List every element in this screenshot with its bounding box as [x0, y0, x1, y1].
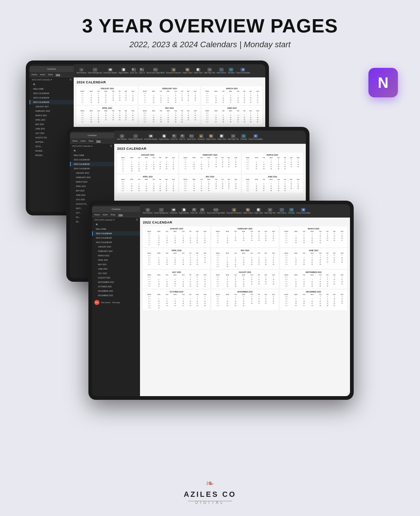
sidebar-apr-2024[interactable]: APRIL 2024 [29, 118, 74, 122]
month-apr-2022: APRIL 2022 WEEKMONTUEWEDTHUFRISATSUN W13… [143, 248, 210, 269]
sidebar-2023-cal[interactable]: 2023 CALENDAR [29, 96, 74, 100]
nav-home-2023[interactable]: Home [72, 140, 78, 142]
paper-style-btn[interactable]: 📝 Paper Style [194, 68, 202, 74]
reset-zoom-btn[interactable]: 88%↺ Reset Zoom Page Width [146, 68, 164, 74]
hide-title-2023[interactable]: 👁Hide Page Title [227, 134, 239, 140]
sidebar-oct-2022[interactable]: OCTOBER 2022 [92, 284, 140, 289]
sidebar-mar-2024[interactable]: MARCH 2024 [29, 113, 74, 118]
sidebar-welcome-2022[interactable]: WELCOME [92, 227, 140, 231]
nav-insert[interactable]: Insert [40, 73, 45, 76]
zoom-out-2022[interactable]: -🔍Zoom Out [190, 208, 198, 214]
hide-page-title-btn[interactable]: 👁 Hide Page Title [204, 68, 215, 74]
month-feb-2024: FEBRUARY 2024 WEEKMONTUEWEDTHUFRISATSUN … [139, 86, 200, 105]
translate-btn[interactable]: 🌐 Translate [228, 68, 235, 74]
immersive-2023[interactable]: 📖Immersive Reader [144, 134, 158, 140]
password-btn[interactable]: 🔒 Password Protection [166, 68, 181, 74]
add-section-btn[interactable]: Add section [101, 301, 111, 304]
sidebar-may-2024[interactable]: MAY 2024 [29, 122, 74, 127]
translate-2023[interactable]: 🌐Translate [240, 134, 247, 140]
sidebar-dec-2022[interactable]: DECEMBER 2022 [92, 293, 140, 298]
tablet-2022: OneNote Home Insert Draw View 2022-2023 … [88, 201, 354, 400]
new-win-2022[interactable]: ⊞New Window [143, 208, 153, 214]
sidebar-2022-cal[interactable]: 2022 CALENDAR [29, 91, 74, 96]
sidebar-sep-2022[interactable]: SEPTEMBER 2022 [92, 280, 140, 284]
sidebar-mar-2022[interactable]: MARCH 2022 [92, 253, 140, 258]
sidebar-2023-cal-2023[interactable]: 2023 CALENDAR [70, 162, 114, 166]
sidebar-2024-cal[interactable]: 2024 CALENDAR [29, 100, 74, 104]
switch-bg-2022[interactable]: ☽Switch Background [154, 208, 168, 214]
accessibility-btn[interactable]: ♿ Check Accessibility [236, 68, 250, 74]
page-deleted-btn[interactable]: 📄 Page Deleted [119, 68, 129, 74]
page-header: 3 YEAR OVERVIEW PAGES 2022, 2023 & 2024 … [75, 0, 345, 57]
hide-authors-2022[interactable]: 👤Hide Authors [277, 208, 287, 214]
zoom-out-btn[interactable]: 🔍- Zoom Out [130, 68, 137, 74]
nav-view-2022[interactable]: View [118, 214, 123, 216]
reset-zoom-2023[interactable]: 88%↺Reset Zoom [187, 134, 196, 140]
paper-colour-btn[interactable]: 🎨 Paper Colour [183, 68, 193, 74]
sidebar-nov-2022[interactable]: NOVEMBER 2022 [92, 289, 140, 293]
sidebar-jul-2022[interactable]: JULY 2022 [92, 271, 140, 276]
sidebar-jan-2023[interactable]: JANUARY 2023 [70, 171, 114, 175]
sidebar-apr-2023[interactable]: APRIL 2023 [70, 184, 114, 188]
brand-name: AZILES CO [184, 490, 237, 499]
sidebar-welcome-2023[interactable]: WELCOME [70, 153, 114, 157]
new-win-2023[interactable]: ⊞New Window [117, 134, 127, 140]
sidebar-search-2023[interactable]: 🔍 [70, 149, 114, 153]
paper-style-2022[interactable]: 📝Paper Style [254, 208, 263, 214]
sidebar-may-2023[interactable]: MAY 2023 [70, 188, 114, 193]
onenote-title-2022: OneNote [92, 206, 140, 212]
paper-style-2023[interactable]: 📝Paper Style [217, 134, 226, 140]
zoom-in-2022[interactable]: +🔍Zoom In [199, 208, 206, 214]
nav-view-2023[interactable]: View [96, 140, 101, 142]
sidebar-jun-2022[interactable]: JUNE 2022 [92, 267, 140, 271]
sidebar-apr-2022[interactable]: APRIL 2022 [92, 258, 140, 262]
immersive-btn[interactable]: 📖 Immersive Reader [104, 68, 117, 74]
sidebar-feb-2022[interactable]: FEBRUARY 2022 [92, 249, 140, 253]
new-window-btn[interactable]: ⊞ New Window [77, 68, 86, 74]
page-deleted-2023[interactable]: 📄Page Deleted [159, 134, 169, 140]
sidebar-2024-cal-2022[interactable]: 2024 CALENDAR [92, 240, 140, 245]
password-2023[interactable]: 🔒Password [197, 134, 205, 140]
sidebar-feb-2023[interactable]: FEBRUARY 2023 [70, 175, 114, 180]
nav-view[interactable]: View [56, 73, 60, 76]
password-2022[interactable]: 🔒Password Protection [226, 208, 241, 214]
zoom-in-2023[interactable]: 🔍Zoom In [179, 134, 186, 140]
access-2023[interactable]: ♿Check Accessibility [249, 134, 263, 140]
sidebar-feb-2024[interactable]: FEBRUARY 2024 [29, 109, 74, 113]
paper-colour-2023[interactable]: 🎨Paper Colour [206, 134, 216, 140]
zoom-in-btn[interactable]: 🔍+ Zoom In [139, 68, 145, 74]
switch-bg-2023[interactable]: ☽Switch Background [128, 134, 143, 140]
sidebar-2022-cal-2022[interactable]: 2022 CALENDAR [92, 231, 140, 236]
sidebar-search[interactable]: 🔍 [29, 82, 74, 87]
page-deleted-2022[interactable]: 📄Page Deleted [179, 208, 189, 214]
sidebar-welcome[interactable]: WELCOME [29, 87, 74, 91]
nav-insert-2022[interactable]: Insert [103, 214, 108, 216]
month-jan-2023: JANUARY 2023 WEEKMONTUEWEDTHUFRISATSUN W… [117, 153, 178, 173]
sidebar-search-2022[interactable]: 🔍 [92, 222, 140, 227]
sidebar-may-2022[interactable]: MAY 2022 [92, 262, 140, 267]
nav-home-2022[interactable]: Home [94, 214, 100, 216]
sidebar-jan-2022[interactable]: JANUARY 2022 [92, 245, 140, 249]
nav-draw[interactable]: Draw [48, 73, 53, 76]
switch-bg-btn[interactable]: ☽ Switch Background [88, 68, 102, 74]
nav-home[interactable]: Home [32, 73, 37, 76]
sidebar-2024-cal-2023[interactable]: 2024 CALENDAR [70, 166, 114, 171]
reset-zoom-2022[interactable]: 65%↺PWReset Zoom Page Width [207, 208, 225, 214]
hide-title-2022[interactable]: 👁Hide Page Title [264, 208, 276, 214]
hide-authors-btn[interactable]: 👤 Hide Authors [217, 68, 226, 74]
immersive-2022[interactable]: 📖Immersive [170, 208, 178, 214]
sidebar-jun-2023[interactable]: JUNE 2023 [70, 193, 114, 197]
sidebar-aug-2022[interactable]: AUGUST 2022 [92, 276, 140, 280]
nav-insert-2023[interactable]: Insert [81, 140, 86, 142]
sidebar-2022-cal-2023[interactable]: 2022 CALENDAR [70, 157, 114, 162]
access-2022[interactable]: ♿Check Accessibility [296, 208, 310, 214]
paper-colour-2022[interactable]: 🎨Paper Colour [243, 208, 253, 214]
zoom-out-2023[interactable]: 🔍Zoom Out [171, 134, 178, 140]
nav-draw-2023[interactable]: Draw [88, 140, 93, 142]
add-page-btn[interactable]: Add page [112, 301, 120, 304]
nav-draw-2022[interactable]: Draw [111, 214, 115, 216]
sidebar-jan-2024[interactable]: JANUARY 2024 [29, 104, 74, 109]
sidebar-mar-2023[interactable]: MARCH 2023 [70, 180, 114, 184]
translate-2022[interactable]: 🌐Translate [288, 208, 295, 214]
sidebar-2023-cal-2022[interactable]: 2023 CALENDAR [92, 236, 140, 240]
